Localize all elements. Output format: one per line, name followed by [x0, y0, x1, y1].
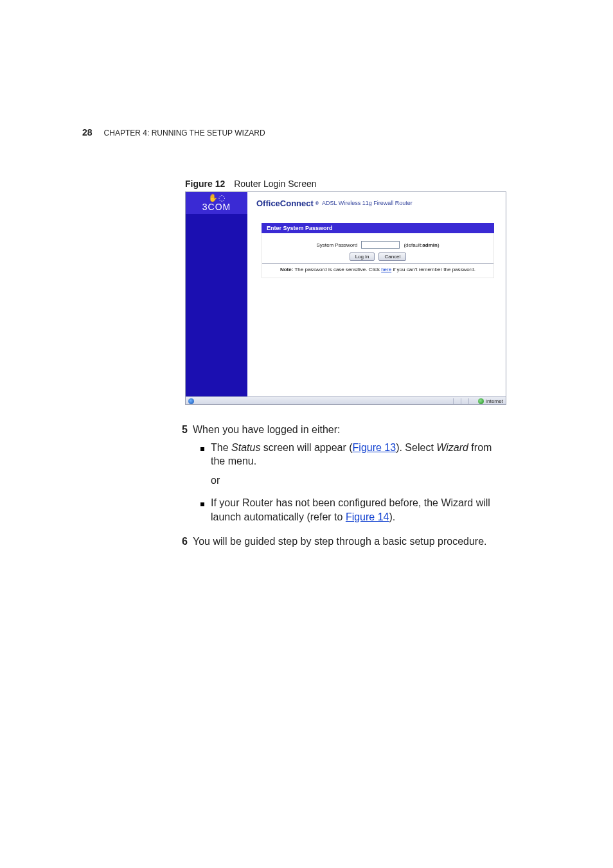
- bullet-2: If your Router has not been configured b…: [200, 496, 502, 524]
- password-note: Note: The password is case sensitive. Cl…: [269, 267, 487, 272]
- running-header: 28 CHAPTER 4: RUNNING THE SETUP WIZARD: [82, 127, 265, 137]
- left-sidebar: [186, 214, 247, 396]
- status-zone-label: Internet: [486, 398, 503, 404]
- brand-logo-text: 3COM: [202, 202, 231, 212]
- wizard-menu-name: Wizard: [436, 442, 468, 453]
- square-bullet-icon: [200, 502, 204, 506]
- step-5: 5 When you have logged in either: The St…: [173, 423, 502, 528]
- password-input[interactable]: [361, 241, 400, 249]
- panel-title: Enter System Password: [262, 223, 494, 233]
- bullet-1: The Status screen will appear (Figure 13…: [200, 441, 502, 493]
- ie-icon: [188, 398, 194, 404]
- figure-label: Figure 12: [185, 179, 225, 189]
- status-screen-name: Status: [231, 442, 260, 453]
- step-number-5: 5: [173, 423, 188, 528]
- chapter-label: CHAPTER 4: RUNNING THE SETUP WIZARD: [104, 128, 265, 137]
- screenshot-body: Enter System Password System Password (d…: [186, 214, 506, 396]
- product-title-bar: OfficeConnect® ADSL Wireless 11g Firewal…: [247, 192, 506, 214]
- screenshot-header: ✋◌ 3COM OfficeConnect® ADSL Wireless 11g…: [186, 192, 506, 214]
- or-separator: or: [211, 474, 502, 488]
- step-5-intro: When you have logged in either:: [193, 423, 502, 437]
- figure-caption: Figure 12 Router Login Screen: [185, 179, 317, 189]
- router-login-screenshot: ✋◌ 3COM OfficeConnect® ADSL Wireless 11g…: [185, 191, 506, 405]
- status-cells: [453, 398, 476, 405]
- body-text: 5 When you have logged in either: The St…: [173, 423, 502, 554]
- button-row: Log in Cancel: [269, 252, 487, 261]
- square-bullet-icon: [200, 447, 204, 451]
- main-panel: Enter System Password System Password (d…: [247, 214, 506, 396]
- status-right: Internet: [453, 398, 503, 405]
- brand-name: OfficeConnect: [256, 199, 314, 208]
- brand-registered-icon: ®: [315, 201, 319, 206]
- step-6-text: You will be guided step by step through …: [193, 535, 502, 549]
- product-name: ADSL Wireless 11g Firewall Router: [322, 200, 413, 206]
- figure-14-link[interactable]: Figure 14: [346, 511, 389, 522]
- step-6: 6 You will be guided step by step throug…: [173, 535, 502, 549]
- status-left: [188, 398, 194, 404]
- browser-status-bar: Internet: [186, 396, 506, 405]
- figure-13-link[interactable]: Figure 13: [353, 442, 396, 453]
- forgot-password-link[interactable]: here: [381, 267, 391, 272]
- cancel-button[interactable]: Cancel: [378, 252, 406, 261]
- password-label: System Password: [316, 242, 357, 248]
- login-form: System Password (default:admin) Log in C…: [262, 233, 494, 278]
- internet-zone-icon: [478, 398, 484, 404]
- figure-title: Router Login Screen: [234, 179, 316, 189]
- brand-logo: ✋◌ 3COM: [186, 192, 247, 214]
- divider: [262, 263, 493, 264]
- page-number: 28: [82, 127, 93, 137]
- globe-hand-icon: ✋◌: [208, 194, 225, 202]
- password-default-hint: (default:admin): [404, 242, 439, 248]
- password-row: System Password (default:admin): [269, 241, 487, 249]
- login-button[interactable]: Log in: [350, 252, 375, 261]
- step-number-6: 6: [173, 535, 188, 549]
